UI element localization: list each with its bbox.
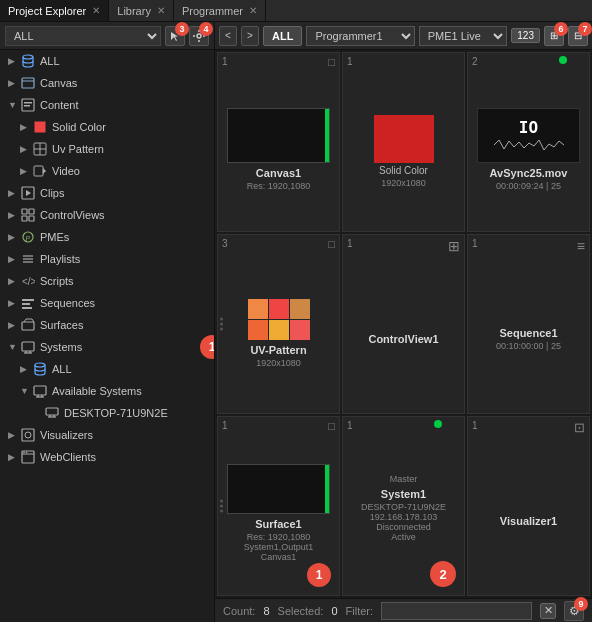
uv-sub: 1920x1080 <box>256 358 301 368</box>
sidebar-item-solid-color[interactable]: ▶ Solid Color <box>0 116 214 138</box>
sidebar-item-clips-label: Clips <box>40 187 64 199</box>
avsync-sub: 00:00:09:24 | 25 <box>496 181 561 191</box>
sidebar-item-webclients[interactable]: ▶ WebClients <box>0 446 214 468</box>
nav-prev-btn[interactable]: < <box>219 26 237 46</box>
systems-all-db-icon <box>32 362 48 376</box>
sidebar-item-visualizers[interactable]: ▶ Visualizers <box>0 424 214 446</box>
canvas-icon <box>20 76 36 90</box>
programmer-source-select[interactable]: Programmer1 <box>306 26 414 46</box>
sidebar-item-all[interactable]: ▶ ALL <box>0 50 214 72</box>
bottom-bar: Count: 8 Selected: 0 Filter: ✕ ⚙ 9 <box>215 598 592 622</box>
uv-num: 3 <box>222 238 228 249</box>
settings-btn[interactable]: 4 <box>189 26 209 46</box>
systems-icon <box>20 340 36 354</box>
svg-rect-17 <box>22 216 27 221</box>
list-badge: 7 <box>578 22 592 36</box>
sidebar-item-systems-all[interactable]: ▶ ALL <box>0 358 214 380</box>
tab-project-explorer[interactable]: Project Explorer ✕ <box>0 0 109 21</box>
main-layout: ALL 3 4 ▶ ALL ▶ <box>0 22 592 622</box>
settings-badge: 4 <box>199 22 213 36</box>
cv1-type-icon: ⊞ <box>448 238 460 254</box>
sidebar-item-solid-color-label: Solid Color <box>52 121 106 133</box>
svg-rect-26 <box>22 303 30 305</box>
webclients-icon <box>20 450 36 464</box>
sidebar-item-controlviews-label: ControlViews <box>40 209 105 221</box>
pme-select[interactable]: PME1 Live <box>419 26 508 46</box>
cursor-tool-btn[interactable]: 3 <box>165 26 185 46</box>
grid-view-btn[interactable]: ⊞ 6 <box>544 26 564 46</box>
grid-cell-system1[interactable]: 1 Master System1 DESKTOP-71U9N2E 192.168… <box>342 416 465 596</box>
count-badge: 123 <box>511 28 540 43</box>
sidebar-item-sequences[interactable]: ▶ Sequences <box>0 292 214 314</box>
surf-scroll-dots <box>220 500 223 513</box>
surface1-thumb <box>227 464 330 514</box>
db-icon <box>20 54 36 68</box>
grid-cell-sequence1[interactable]: 1 ≡ Sequence1 00:10:00:00 | 25 <box>467 234 590 414</box>
canvas1-green-bar <box>325 109 329 162</box>
sidebar-item-controlviews[interactable]: ▶ ControlViews <box>0 204 214 226</box>
count-value: 8 <box>263 605 269 617</box>
avsync-title: AvSync25.mov <box>490 167 568 179</box>
bottom-settings-btn[interactable]: ⚙ 9 <box>564 601 584 621</box>
seq1-sub: 00:10:00:00 | 25 <box>496 341 561 351</box>
sidebar-filter-select[interactable]: ALL <box>5 26 161 46</box>
solid-red-thumb <box>374 115 434 163</box>
svg-rect-29 <box>22 342 34 351</box>
grid-cell-surface1[interactable]: 1 □ Surface1 Res: 1920,1080 System1,Outp… <box>217 416 340 596</box>
tab-bar: Project Explorer ✕ Library ✕ Programmer … <box>0 0 592 22</box>
sidebar-item-uv-pattern[interactable]: ▶ Uv Pattern <box>0 138 214 160</box>
grid-cell-solid-color[interactable]: 1 Solid Color 1920x1080 <box>342 52 465 232</box>
sidebar-item-canvas[interactable]: ▶ Canvas <box>0 72 214 94</box>
sidebar-item-content[interactable]: ▼ Content <box>0 94 214 116</box>
grid-cell-uv-pattern[interactable]: 3 □ UV-Pattern 1920x1080 <box>217 234 340 414</box>
programmer-grid: 1 □ Canvas1 Res: 1920,1080 1 Solid Color… <box>215 50 592 598</box>
list-view-btn[interactable]: ⊟ 7 <box>568 26 588 46</box>
sidebar-item-systems[interactable]: ▼ Systems 1 <box>0 336 214 358</box>
programmer-toolbar: < > ALL Programmer1 PME1 Live 123 ⊞ 6 ⊟ … <box>215 22 592 50</box>
cv1-num: 1 <box>347 238 353 249</box>
svg-rect-28 <box>22 322 34 330</box>
tab-project-explorer-close[interactable]: ✕ <box>92 5 100 16</box>
nav-next-btn[interactable]: > <box>241 26 259 46</box>
svg-point-43 <box>25 432 31 438</box>
all-btn[interactable]: ALL <box>263 26 302 46</box>
video-icon <box>32 164 48 178</box>
sequences-icon <box>20 296 36 310</box>
sidebar-item-clips[interactable]: ▶ Clips <box>0 182 214 204</box>
visualizers-icon <box>20 428 36 442</box>
tab-library-close[interactable]: ✕ <box>157 5 165 16</box>
sidebar-item-pmes[interactable]: ▶ P PMEs <box>0 226 214 248</box>
svg-rect-11 <box>34 166 43 176</box>
sidebar-item-video[interactable]: ▶ Video <box>0 160 214 182</box>
svg-rect-18 <box>29 216 34 221</box>
sidebar-item-available-systems[interactable]: ▼ Available Systems <box>0 380 214 402</box>
svg-rect-42 <box>22 429 34 441</box>
tab-programmer-close[interactable]: ✕ <box>249 5 257 16</box>
tab-programmer[interactable]: Programmer ✕ <box>174 0 266 21</box>
sidebar-item-available-label: Available Systems <box>52 385 142 397</box>
sidebar-item-content-label: Content <box>40 99 79 111</box>
svg-rect-7 <box>35 122 45 132</box>
avsync-num: 2 <box>472 56 478 67</box>
filter-input[interactable] <box>381 602 532 620</box>
playlists-icon <box>20 252 36 266</box>
arrow-desktop <box>32 408 44 418</box>
arrow-systems: ▼ <box>8 342 20 352</box>
arrow-uv: ▶ <box>20 144 32 154</box>
sidebar-item-sequences-label: Sequences <box>40 297 95 309</box>
grid-cell-canvas1[interactable]: 1 □ Canvas1 Res: 1920,1080 <box>217 52 340 232</box>
tab-library[interactable]: Library ✕ <box>109 0 174 21</box>
grid-cell-avsync[interactable]: 2 IO AvSync25.mov 00:00:09:24 | 25 <box>467 52 590 232</box>
svg-rect-16 <box>29 209 34 214</box>
grid-cell-controlview1[interactable]: 1 ⊞ ControlView1 <box>342 234 465 414</box>
selected-value: 0 <box>331 605 337 617</box>
cursor-badge: 3 <box>175 22 189 36</box>
sidebar-item-playlists[interactable]: ▶ Playlists <box>0 248 214 270</box>
sidebar-item-scripts[interactable]: ▶ </> Scripts <box>0 270 214 292</box>
arrow-content: ▼ <box>8 100 20 110</box>
sidebar-item-surfaces[interactable]: ▶ Surfaces <box>0 314 214 336</box>
arrow-controlviews: ▶ <box>8 210 20 220</box>
grid-cell-visualizer1[interactable]: 1 ⊡ Visualizer1 <box>467 416 590 596</box>
filter-clear-btn[interactable]: ✕ <box>540 603 556 619</box>
sidebar-item-desktop[interactable]: DESKTOP-71U9N2E <box>0 402 214 424</box>
